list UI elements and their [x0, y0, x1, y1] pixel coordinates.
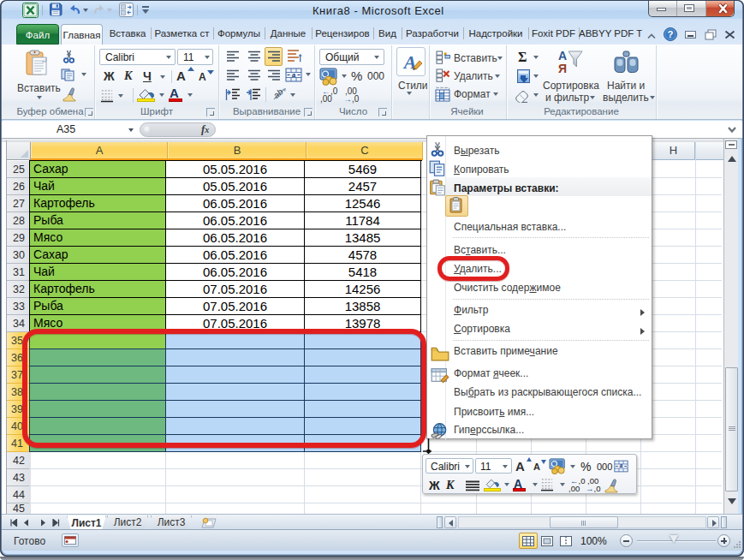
svg-text:А: А — [558, 49, 567, 63]
svg-text:Я: Я — [558, 62, 567, 74]
svg-text:?: ? — [668, 29, 674, 39]
svg-text:a: a — [292, 70, 296, 79]
svg-text:a: a — [620, 462, 623, 469]
